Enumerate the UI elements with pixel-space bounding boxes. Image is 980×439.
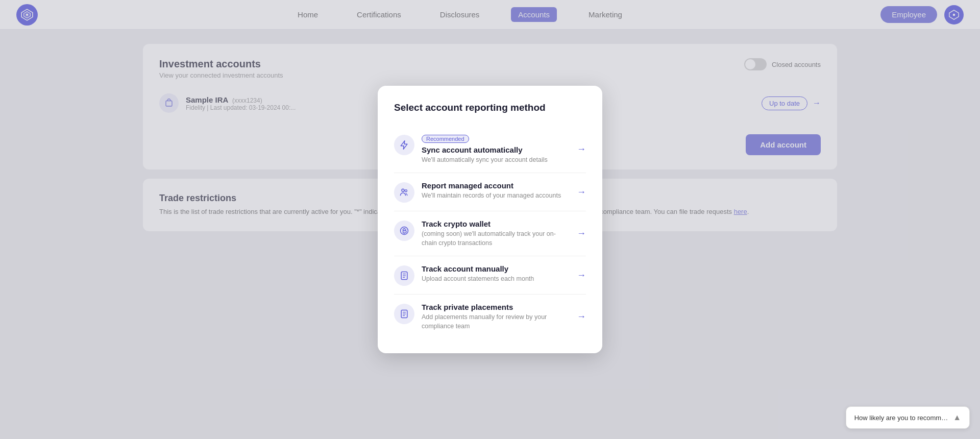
method-icon-sync <box>394 135 414 155</box>
method-item-crypto[interactable]: Track crypto wallet (coming soon) we'll … <box>394 211 586 256</box>
chat-bubble-text: How likely are you to recomm… <box>854 414 948 422</box>
method-arrow-crypto: → <box>577 228 586 239</box>
method-text-crypto: Track crypto wallet (coming soon) we'll … <box>422 220 566 248</box>
method-name-managed: Report managed account <box>422 181 566 190</box>
method-desc-manual: Upload account statements each month <box>422 275 566 284</box>
svg-point-7 <box>405 190 407 192</box>
chat-bubble[interactable]: How likely are you to recomm… ▲ <box>846 406 970 429</box>
select-reporting-modal: Select account reporting method Recommen… <box>378 86 602 354</box>
method-name-crypto: Track crypto wallet <box>422 220 566 228</box>
method-arrow-managed: → <box>577 187 586 198</box>
method-item-private[interactable]: Track private placements Add placements … <box>394 295 586 339</box>
modal-title: Select account reporting method <box>394 102 586 113</box>
method-desc-sync: We'll automatically sync your account de… <box>422 156 566 165</box>
method-name-sync: Sync account automatically <box>422 145 566 154</box>
method-name-manual: Track account manually <box>422 264 566 273</box>
method-desc-crypto: (coming soon) we'll automatically track … <box>422 230 566 248</box>
method-item-manual[interactable]: Track account manually Upload account st… <box>394 256 586 295</box>
method-desc-managed: We'll maintain records of your managed a… <box>422 191 566 201</box>
method-item-managed[interactable]: Report managed account We'll maintain re… <box>394 173 586 211</box>
method-text-managed: Report managed account We'll maintain re… <box>422 181 566 201</box>
method-text-sync: Recommended Sync account automatically W… <box>422 134 566 165</box>
method-name-private: Track private placements <box>422 303 566 311</box>
method-arrow-sync: → <box>577 144 586 155</box>
method-arrow-private: → <box>577 311 586 322</box>
method-desc-private: Add placements manually for review by yo… <box>422 313 566 331</box>
recommended-badge: Recommended <box>422 135 469 143</box>
chat-bubble-arrow-icon: ▲ <box>953 413 961 422</box>
modal-overlay[interactable]: Select account reporting method Recommen… <box>0 0 980 439</box>
method-icon-private <box>394 304 414 324</box>
method-arrow-manual: → <box>577 270 586 281</box>
svg-point-6 <box>402 189 404 192</box>
method-icon-manual <box>394 265 414 286</box>
method-text-manual: Track account manually Upload account st… <box>422 264 566 284</box>
method-icon-crypto <box>394 221 414 241</box>
modal-methods-list: Recommended Sync account automatically W… <box>394 126 586 339</box>
method-item-sync[interactable]: Recommended Sync account automatically W… <box>394 126 586 174</box>
method-icon-managed <box>394 182 414 203</box>
method-text-private: Track private placements Add placements … <box>422 303 566 331</box>
